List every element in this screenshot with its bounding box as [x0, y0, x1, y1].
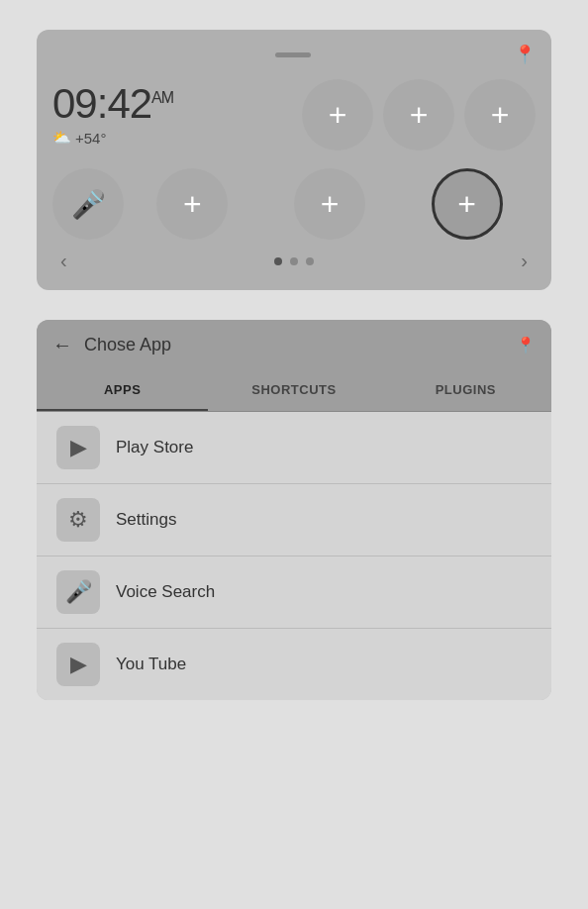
mic-icon: 🎤	[71, 188, 106, 221]
clock-time: 09:42	[52, 80, 151, 127]
app-icon-play-store: ▶	[56, 426, 100, 469]
add-widget-btn-3[interactable]: +	[464, 79, 536, 151]
app-name-play-store: Play Store	[116, 438, 193, 457]
add-widget-btn-1[interactable]: +	[302, 79, 373, 151]
location-icon-top: 📍	[514, 44, 536, 65]
tab-apps[interactable]: APPS	[37, 370, 208, 411]
play-store-icon: ▶	[70, 435, 87, 460]
dot-3	[306, 257, 314, 265]
app-name-youtube: You Tube	[116, 655, 186, 674]
settings-icon: ⚙	[68, 507, 88, 533]
prev-arrow[interactable]: ‹	[60, 250, 67, 272]
panel-header-left: ← Chose App	[52, 334, 171, 356]
time-weather-block: 09:42AM ⛅ +54°	[52, 83, 173, 147]
list-item[interactable]: 🎤 Voice Search	[37, 556, 551, 629]
next-arrow[interactable]: ›	[521, 250, 528, 272]
plus-icon-highlighted: +	[457, 188, 476, 220]
app-name-voice-search: Voice Search	[116, 582, 215, 602]
plus-icon-5: +	[321, 188, 340, 220]
app-icon-voice-search: 🎤	[56, 570, 100, 614]
weather-icon: ⛅	[52, 129, 71, 147]
youtube-icon: ▶	[70, 652, 87, 677]
list-item[interactable]: ▶ Play Store	[37, 412, 551, 484]
weather-display: ⛅ +54°	[52, 129, 173, 147]
time-plus-row: 09:42AM ⛅ +54° + + +	[52, 79, 536, 151]
panel-title: Chose App	[84, 335, 171, 355]
add-widget-btn-4[interactable]: +	[156, 168, 228, 240]
add-widget-btn-highlighted[interactable]: +	[432, 168, 503, 240]
page-dots	[274, 257, 314, 265]
voice-search-btn[interactable]: 🎤	[52, 168, 124, 240]
plus-icon-2: +	[410, 99, 429, 131]
app-icon-settings: ⚙	[56, 498, 100, 542]
voice-search-icon: 🎤	[65, 579, 92, 605]
location-icon-panel: 📍	[516, 336, 536, 354]
panel-tabs: APPS SHORTCUTS PLUGINS	[37, 370, 551, 412]
drag-handle	[275, 52, 311, 57]
back-button[interactable]: ←	[52, 334, 72, 356]
temperature-text: +54°	[75, 130, 106, 147]
list-item[interactable]: ▶ You Tube	[37, 629, 551, 700]
app-icon-youtube: ▶	[56, 643, 100, 686]
dot-2	[290, 257, 298, 265]
panel-header: ← Chose App 📍	[37, 320, 551, 370]
plus-icon-3: +	[491, 99, 510, 131]
mic-plus-row: 🎤 + + +	[52, 168, 536, 240]
plus-icon-1: +	[329, 99, 347, 131]
app-list: ▶ Play Store ⚙ Settings 🎤 Voice Search ▶…	[37, 412, 551, 700]
tab-shortcuts[interactable]: SHORTCUTS	[208, 370, 379, 411]
chose-app-panel: ← Chose App 📍 APPS SHORTCUTS PLUGINS ▶ P…	[37, 320, 551, 700]
clock-ampm: AM	[151, 89, 173, 106]
plus-row-1: + + +	[302, 79, 536, 151]
add-widget-btn-2[interactable]: +	[383, 79, 454, 151]
plus-icon-4: +	[183, 188, 202, 220]
app-name-settings: Settings	[116, 510, 176, 530]
clock-display: 09:42AM	[52, 83, 173, 125]
add-widget-btn-5[interactable]: +	[294, 168, 365, 240]
dot-1	[274, 257, 282, 265]
top-bar: 📍	[52, 44, 536, 65]
top-widget-card: 📍 09:42AM ⛅ +54° + + + 🎤	[37, 30, 551, 290]
pagination-row: ‹ ›	[52, 250, 536, 272]
tab-plugins[interactable]: PLUGINS	[380, 370, 551, 411]
list-item[interactable]: ⚙ Settings	[37, 484, 551, 556]
